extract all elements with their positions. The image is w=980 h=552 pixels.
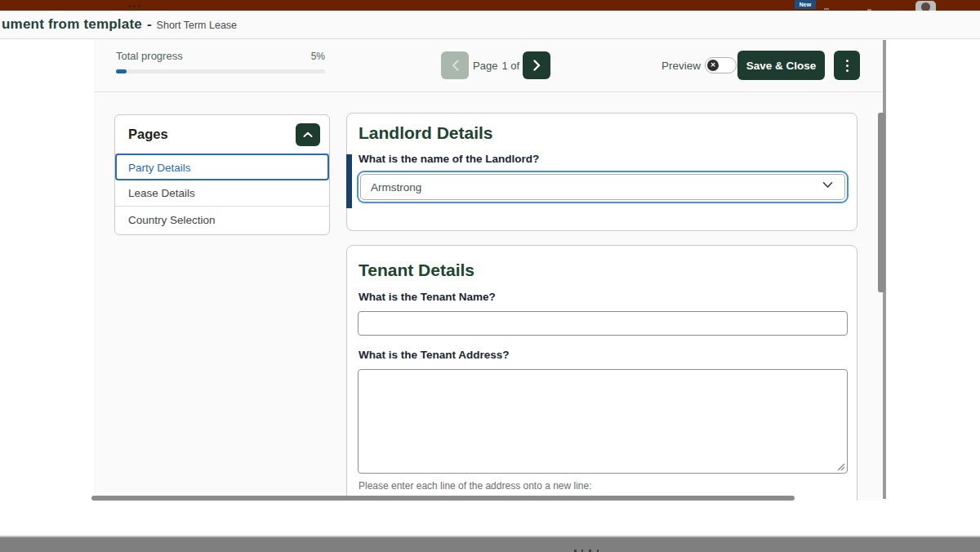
horizontal-scrollbar[interactable]: [91, 496, 795, 501]
browser-top-bar: New: [0, 0, 980, 11]
chevron-down-icon: [822, 181, 833, 189]
vertical-scrollbar-thumb[interactable]: [878, 113, 885, 292]
pages-panel-header: Pages: [115, 115, 329, 154]
user-avatar[interactable]: [915, 1, 936, 11]
new-badge: New: [795, 0, 816, 9]
sidebar-item-label: Lease Details: [128, 187, 195, 199]
chevron-right-icon: [533, 60, 541, 71]
chevron-left-icon: [452, 60, 459, 71]
page-title-main: ument from template: [2, 16, 142, 33]
chevron-up-icon: [303, 131, 313, 138]
preview-label: Preview: [662, 51, 701, 79]
page-indicator-label: Page: [473, 60, 497, 72]
sidebar-item-label: Party Details: [128, 162, 191, 174]
landlord-name-select[interactable]: Armstrong: [357, 171, 849, 203]
pages-panel-title: Pages: [128, 127, 168, 142]
progress-bar-track: [116, 69, 325, 73]
landlord-name-question: What is the name of the Landlord?: [359, 153, 539, 165]
landlord-name-selected-value: Armstrong: [371, 181, 421, 194]
progress-label: Total progress: [116, 50, 183, 62]
section-title-tenant: Tenant Details: [359, 260, 474, 280]
preview-toggle[interactable]: ✕: [705, 57, 737, 73]
page-indicator: Page 1 of 3: [473, 51, 528, 79]
page-title: ument from template - Short Term Lease: [2, 16, 237, 33]
toggle-off-x-icon: ✕: [707, 60, 719, 71]
ellipsis-icon: [128, 5, 140, 7]
landlord-details-card: Landlord Details What is the name of the…: [346, 113, 858, 231]
tenant-address-question: What is the Tenant Address?: [359, 349, 510, 361]
landlord-name-select-field: Armstrong: [360, 174, 845, 200]
sidebar-item-label: Country Selection: [128, 214, 216, 226]
template-name: Short Term Lease: [157, 20, 237, 31]
progress-fill: [116, 69, 127, 73]
tenant-address-help-text: Please enter each line of the address on…: [359, 480, 592, 492]
previous-page-button[interactable]: [441, 51, 469, 79]
tenant-details-card: Tenant Details What is the Tenant Name? …: [346, 245, 858, 501]
section-title-landlord: Landlord Details: [359, 123, 493, 143]
nav-text-fragment: [824, 8, 829, 10]
progress-block: Total progress 5%: [116, 50, 325, 73]
page-title-separator: -: [147, 16, 152, 33]
bottom-taskbar: [0, 536, 980, 552]
more-actions-button[interactable]: [834, 51, 860, 80]
next-page-button[interactable]: [523, 51, 550, 79]
save-close-label: Save & Close: [746, 60, 817, 72]
resize-grip-icon[interactable]: [836, 462, 845, 471]
vertical-ellipsis-icon: [846, 60, 849, 62]
tenant-name-input[interactable]: [358, 311, 848, 336]
save-close-button[interactable]: Save & Close: [737, 51, 825, 80]
sidebar-item-party-details[interactable]: Party Details: [115, 154, 329, 180]
sidebar-item-lease-details[interactable]: Lease Details: [115, 180, 329, 207]
active-question-accent-bar: [346, 154, 352, 208]
sidebar-item-country-selection[interactable]: Country Selection: [115, 207, 329, 233]
app-header: ument from template - Short Term Lease: [0, 11, 980, 39]
progress-percent: 5%: [311, 51, 325, 62]
pages-collapse-button[interactable]: [296, 123, 320, 146]
tenant-name-question: What is the Tenant Name?: [359, 291, 496, 303]
pages-panel: Pages Party Details Lease Details Countr…: [114, 114, 330, 235]
builder-toolbar: Total progress 5% Page 1 of 3 Preview ✕: [94, 39, 886, 92]
document-builder-panel: Total progress 5% Page 1 of 3 Preview ✕: [94, 39, 886, 501]
tenant-address-textarea[interactable]: [358, 369, 848, 474]
